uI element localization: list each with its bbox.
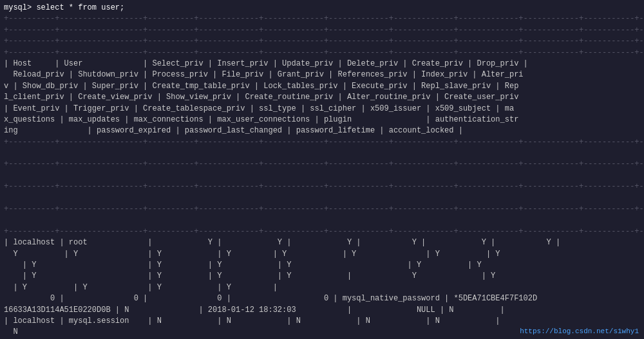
sep-8: +----------+------------------+---------… [4,204,640,215]
sep-5: +----------+------------------+---------… [4,137,640,148]
data-row-root-3: | Y | Y | Y | Y | Y | Y [4,260,640,271]
data-row-root-5: | Y | Y | Y | Y | [4,282,640,293]
data-row-root-1: | localhost | root | Y | Y | Y | Y | Y |… [4,237,640,248]
sep-6: +----------+------------------+---------… [4,159,640,170]
sep-3: +----------+------------------+---------… [4,36,640,47]
sep-1: +----------+------------------+---------… [4,14,640,24]
blank-4 [4,215,640,226]
data-row-root-7: 16633A13D114A51E0220D0B | N | 2018-01-12… [4,305,640,316]
header-row-3: v | Show_db_priv | Super_priv | Create_t… [4,81,640,92]
terminal-window: mysql> select * from user; +----------+-… [0,0,644,339]
header-row-2: Reload_priv | Shutdown_priv | Process_pr… [4,69,640,80]
blank-3 [4,193,640,204]
header-row-5: | Event_priv | Trigger_priv | Create_tab… [4,104,640,115]
sep-2: +----------+------------------+---------… [4,25,640,36]
watermark-link: https://blog.csdn.net/s1why1 [520,327,639,335]
data-row-session-1: | localhost | mysql.session | N | N | N … [4,316,640,327]
command-line: mysql> select * from user; [4,3,640,14]
data-row-root-2: Y | Y | Y | Y | Y | Y | Y | Y [4,249,640,260]
header-row-1: | Host | User | Select_priv | Insert_pri… [4,59,640,69]
blank-2 [4,170,640,181]
data-row-root-4: | Y | Y | Y | Y | Y | Y [4,271,640,282]
blank-1 [4,148,640,159]
data-row-root-6: 0 | 0 | 0 | 0 | mysql_native_password | … [4,293,640,304]
sep-9: +----------+------------------+---------… [4,226,640,237]
header-row-6: x_questions | max_updates | max_connecti… [4,115,640,125]
header-row-4: l_client_priv | Create_view_priv | Show_… [4,92,640,103]
sep-7: +----------+------------------+---------… [4,181,640,192]
sep-4: +----------+------------------+---------… [4,48,640,59]
header-row-7: ing | password_expired | password_last_c… [4,125,640,136]
